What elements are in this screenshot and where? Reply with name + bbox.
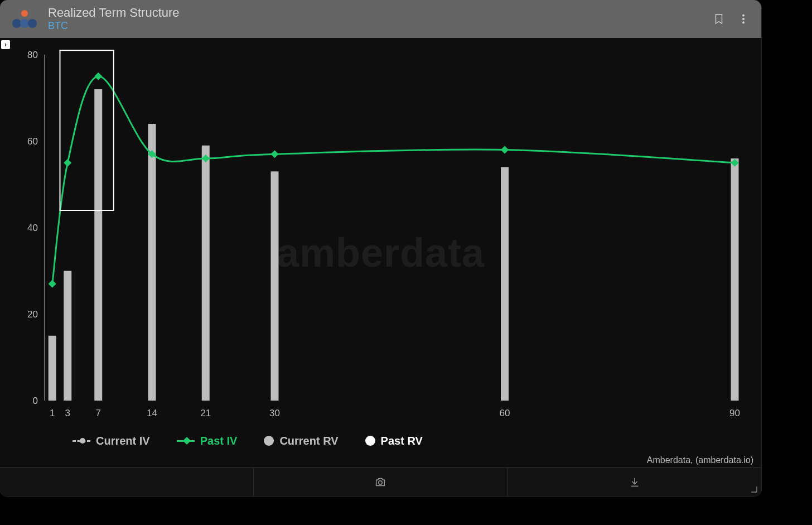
- svg-point-3: [28, 19, 37, 28]
- svg-text:60: 60: [500, 408, 510, 418]
- legend-item-past-iv[interactable]: Past IV: [177, 435, 238, 447]
- svg-text:0: 0: [33, 396, 38, 406]
- download-icon: [629, 476, 641, 488]
- svg-text:21: 21: [200, 408, 211, 418]
- legend-item-current-iv[interactable]: Current IV: [72, 435, 150, 447]
- svg-point-38: [379, 481, 382, 484]
- svg-rect-16: [148, 124, 156, 401]
- camera-icon: [374, 476, 386, 488]
- chart-area[interactable]: amberdata 0204060801371421306090: [0, 38, 761, 468]
- legend: Current IV Past IV Current RV Past RV: [0, 430, 761, 452]
- svg-rect-19: [501, 167, 509, 401]
- amberdata-logo-icon: [10, 8, 39, 30]
- svg-text:3: 3: [65, 408, 70, 418]
- chart-svg: 0204060801371421306090: [0, 38, 761, 468]
- svg-rect-35: [501, 146, 509, 153]
- legend-item-current-rv[interactable]: Current RV: [264, 435, 338, 447]
- title-block: Realized Term Structure BTC: [48, 6, 180, 32]
- svg-point-0: [21, 10, 28, 17]
- svg-rect-14: [64, 271, 71, 401]
- svg-text:90: 90: [729, 408, 740, 418]
- more-menu-button[interactable]: [736, 11, 751, 27]
- svg-point-4: [742, 15, 744, 16]
- svg-text:40: 40: [27, 223, 38, 233]
- svg-rect-13: [49, 336, 56, 401]
- chart-title: Realized Term Structure: [48, 6, 180, 20]
- screenshot-button[interactable]: [254, 468, 508, 497]
- legend-label: Past RV: [381, 435, 423, 447]
- legend-label: Past IV: [200, 435, 238, 447]
- svg-text:1: 1: [50, 408, 55, 418]
- svg-rect-31: [94, 73, 102, 80]
- svg-rect-34: [270, 150, 278, 158]
- legend-item-past-rv[interactable]: Past RV: [365, 435, 423, 447]
- legend-label: Current RV: [279, 435, 338, 447]
- download-button[interactable]: [508, 468, 761, 497]
- footer-cell-empty: [0, 468, 254, 497]
- svg-rect-15: [94, 89, 102, 401]
- svg-point-1: [12, 19, 21, 28]
- svg-text:60: 60: [27, 136, 38, 147]
- svg-point-2: [20, 19, 29, 28]
- resize-handle[interactable]: [750, 485, 758, 493]
- svg-point-6: [742, 22, 744, 23]
- titlebar: Realized Term Structure BTC: [0, 0, 761, 38]
- svg-rect-37: [60, 50, 114, 210]
- footer-toolbar: [0, 467, 761, 497]
- attribution-text: Amberdata, (amberdata.io): [647, 455, 753, 465]
- svg-text:14: 14: [147, 408, 157, 418]
- svg-text:80: 80: [27, 50, 38, 60]
- svg-rect-30: [64, 159, 71, 167]
- svg-rect-20: [731, 158, 739, 401]
- bookmark-button[interactable]: [711, 11, 727, 27]
- svg-text:20: 20: [27, 309, 38, 320]
- chart-subtitle: BTC: [48, 20, 180, 32]
- legend-label: Current IV: [96, 435, 150, 447]
- svg-text:30: 30: [269, 408, 280, 418]
- svg-rect-29: [49, 280, 56, 288]
- svg-rect-18: [271, 171, 279, 401]
- svg-rect-17: [202, 146, 210, 401]
- chart-window: Realized Term Structure BTC › amberdata …: [0, 0, 761, 497]
- svg-text:7: 7: [96, 408, 101, 418]
- svg-point-5: [742, 18, 744, 20]
